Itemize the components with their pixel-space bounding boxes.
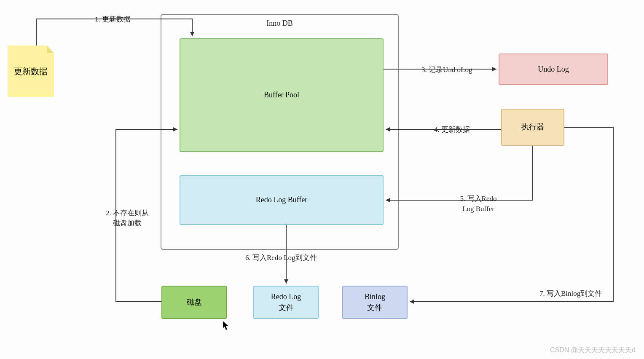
edge2-line2: 磁盘加载 xyxy=(113,219,142,227)
redolog-file-label: Redo Log 文件 xyxy=(271,292,301,313)
binlog-file-line2: 文件 xyxy=(367,303,382,312)
buffer-pool-label: Buffer Pool xyxy=(264,90,299,100)
edge2-line1: 2. 不存在则从 xyxy=(106,209,149,217)
redo-log-buffer-box: Redo Log Buffer xyxy=(180,175,384,225)
undo-log-box: Undo Log xyxy=(499,54,608,85)
edge4-label: 4. 更新数据 xyxy=(434,125,470,135)
binlog-file-box: Binlog 文件 xyxy=(342,286,408,319)
redolog-file-line2: 文件 xyxy=(279,303,294,312)
disk-label: 磁盘 xyxy=(187,297,202,308)
edge5-line2: Log Buffer xyxy=(462,205,494,213)
executor-label: 执行器 xyxy=(521,122,544,132)
note-label: 更新数据 xyxy=(14,66,48,77)
note-update-data: 更新数据 xyxy=(8,46,54,97)
redolog-file-line1: Redo Log xyxy=(271,292,301,301)
edge5-line1: 5. 写入Redo xyxy=(460,195,497,203)
edge2-label: 2. 不存在则从 磁盘加载 xyxy=(100,208,155,228)
watermark: CSDN @天天天天天天天天d xyxy=(550,346,636,355)
edge7-label: 7. 写入Binlog到文件 xyxy=(539,289,602,299)
cursor-icon xyxy=(223,321,230,331)
binlog-file-line1: Binlog xyxy=(365,292,385,301)
edge6-label: 6. 写入Redo Log到文件 xyxy=(245,253,317,263)
undo-log-label: Undo Log xyxy=(538,64,569,75)
executor-box: 执行器 xyxy=(501,109,564,146)
redo-log-buffer-label: Redo Log Buffer xyxy=(256,195,308,205)
edge5-label: 5. 写入Redo Log Buffer xyxy=(453,194,504,214)
innodb-label: Inno DB xyxy=(266,19,293,28)
edge3-label: 3. 记录Und oLog xyxy=(421,65,472,75)
buffer-pool-box: Buffer Pool xyxy=(180,38,384,152)
redolog-file-box: Redo Log 文件 xyxy=(253,286,319,319)
binlog-file-label: Binlog 文件 xyxy=(365,292,385,313)
disk-box: 磁盘 xyxy=(161,286,227,319)
edge1-label: 1. 更新数据 xyxy=(95,14,131,24)
